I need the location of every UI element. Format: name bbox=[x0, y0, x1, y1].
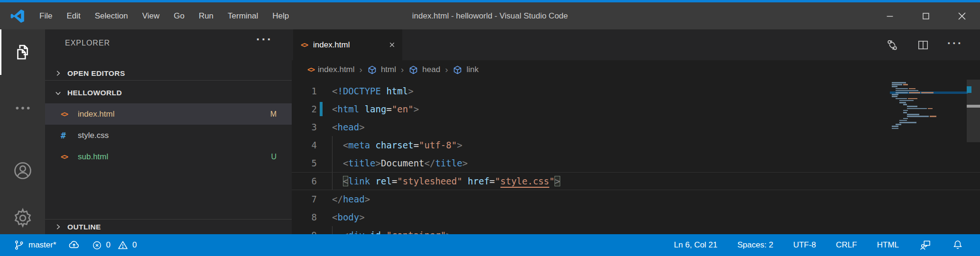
open-changes-icon[interactable] bbox=[886, 38, 899, 52]
breadcrumb-link[interactable]: link bbox=[453, 65, 479, 75]
code-text: <head> bbox=[332, 122, 365, 132]
menu-selection[interactable]: Selection bbox=[88, 8, 135, 24]
minimize-button[interactable] bbox=[872, 2, 908, 29]
editor-group: <> index.html bbox=[292, 29, 980, 234]
code-text: <html lang="en"> bbox=[332, 104, 419, 114]
line-number: 9 bbox=[292, 230, 317, 234]
modified-line-indicator bbox=[320, 102, 323, 116]
sync-item[interactable] bbox=[68, 239, 80, 251]
code-area[interactable]: 1<!DOCTYPE html>2<html lang="en">3<head>… bbox=[292, 79, 980, 234]
code-line-3[interactable]: 3<head> bbox=[292, 118, 980, 136]
html-file-icon: <> bbox=[61, 153, 75, 161]
open-editors-section[interactable]: OPEN EDITORS bbox=[45, 66, 292, 81]
chevron-right-icon bbox=[55, 223, 62, 230]
indentation[interactable]: Spaces: 2 bbox=[738, 240, 774, 250]
menu-go[interactable]: Go bbox=[166, 8, 192, 24]
code-line-9[interactable]: 9 <div id="container"> bbox=[292, 226, 980, 234]
vscode-logo-icon bbox=[10, 9, 25, 23]
git-status-badge: M bbox=[270, 110, 277, 119]
menu-terminal[interactable]: Terminal bbox=[221, 8, 265, 24]
menu-file[interactable]: File bbox=[32, 8, 59, 24]
line-number: 2 bbox=[292, 104, 317, 114]
file-list: <>index.htmlM#style.css<>sub.htmlU bbox=[45, 103, 292, 167]
folder-section[interactable]: HELLOWORLD bbox=[45, 82, 292, 103]
code-text: </head> bbox=[332, 194, 370, 204]
encoding[interactable]: UTF-8 bbox=[793, 240, 816, 250]
branch-name: master* bbox=[28, 240, 56, 250]
scrollbar[interactable] bbox=[967, 29, 980, 234]
menu-help[interactable]: Help bbox=[265, 8, 296, 24]
git-branch-item[interactable]: master* bbox=[13, 239, 56, 251]
warning-count: 0 bbox=[132, 240, 137, 250]
symbol-cube-icon bbox=[367, 65, 377, 75]
menu-view[interactable]: View bbox=[135, 8, 167, 24]
tab-index-html[interactable]: <> index.html bbox=[293, 29, 402, 60]
split-editor-icon[interactable] bbox=[917, 39, 929, 51]
code-line-5[interactable]: 5 <title>Document</title> bbox=[292, 154, 980, 172]
language-mode[interactable]: HTML bbox=[877, 240, 899, 250]
menu-edit[interactable]: Edit bbox=[59, 8, 87, 24]
status-bar: master* 0 0 Ln 6, Col 21 Spac bbox=[0, 234, 980, 256]
explorer-files-icon[interactable] bbox=[0, 29, 45, 75]
code-line-1[interactable]: 1<!DOCTYPE html> bbox=[292, 82, 980, 100]
minimap[interactable] bbox=[892, 82, 963, 139]
outline-section[interactable]: OUTLINE bbox=[45, 219, 292, 234]
code-line-6[interactable]: 6 <link rel="stylesheed" href="style.css… bbox=[292, 172, 980, 190]
code-line-2[interactable]: 2<html lang="en"> bbox=[292, 100, 980, 118]
file-index.html[interactable]: <>index.htmlM bbox=[45, 103, 292, 125]
status-left: master* 0 0 bbox=[13, 239, 137, 251]
more-icon[interactable] bbox=[0, 85, 45, 131]
menu-run[interactable]: Run bbox=[192, 8, 221, 24]
html-code-icon: <> bbox=[301, 41, 313, 49]
explorer-header: EXPLORER ··· bbox=[45, 34, 292, 52]
breadcrumb-index-html[interactable]: <>index.html bbox=[307, 65, 355, 74]
feedback-icon[interactable] bbox=[919, 239, 932, 252]
vscode-window: FileEditSelectionViewGoRunTerminalHelp i… bbox=[0, 0, 980, 256]
tab-close-icon[interactable] bbox=[388, 41, 396, 48]
code-text: <!DOCTYPE html> bbox=[332, 86, 414, 96]
problems-item[interactable]: 0 0 bbox=[92, 239, 137, 251]
title-bar: FileEditSelectionViewGoRunTerminalHelp i… bbox=[0, 2, 980, 29]
file-style.css[interactable]: #style.css bbox=[45, 125, 292, 146]
file-label: sub.html bbox=[78, 152, 108, 162]
tab-bar: <> index.html bbox=[292, 29, 980, 60]
code-line-8[interactable]: 8<body> bbox=[292, 208, 980, 226]
breadcrumb-html[interactable]: html bbox=[367, 65, 396, 75]
code-line-7[interactable]: 7</head> bbox=[292, 190, 980, 208]
maximize-button[interactable] bbox=[908, 2, 944, 29]
explorer-title: EXPLORER bbox=[65, 39, 110, 47]
breadcrumb-label: index.html bbox=[318, 65, 354, 74]
line-number: 6 bbox=[292, 176, 317, 186]
editor-more-icon[interactable]: ··· bbox=[947, 37, 963, 50]
breadcrumb-head[interactable]: head bbox=[408, 65, 440, 75]
menu-bar: FileEditSelectionViewGoRunTerminalHelp bbox=[32, 8, 296, 24]
outline-label: OUTLINE bbox=[67, 223, 101, 231]
code-text: <meta charset="utf-8"> bbox=[332, 140, 462, 150]
breadcrumb-separator-icon: › bbox=[360, 64, 362, 75]
breadcrumb-label: link bbox=[466, 65, 479, 74]
window-controls bbox=[872, 2, 980, 29]
overview-modified-mark bbox=[967, 86, 971, 93]
file-sub.html[interactable]: <>sub.htmlU bbox=[45, 146, 292, 167]
explorer-more-icon[interactable]: ··· bbox=[256, 32, 273, 47]
account-icon[interactable] bbox=[0, 148, 45, 193]
symbol-cube-icon bbox=[408, 65, 418, 75]
breadcrumb-label: head bbox=[422, 65, 440, 74]
notifications-bell-icon[interactable] bbox=[952, 239, 964, 251]
file-label: index.html bbox=[78, 110, 114, 119]
cursor-position[interactable]: Ln 6, Col 21 bbox=[674, 240, 718, 250]
main-area: EXPLORER ··· OPEN EDITORS HELLOWORLD <>i… bbox=[0, 29, 980, 234]
file-label: style.css bbox=[78, 131, 109, 140]
eol-sequence[interactable]: CRLF bbox=[836, 240, 857, 250]
editor-actions: ··· bbox=[886, 29, 963, 60]
line-number: 7 bbox=[292, 194, 317, 204]
line-number: 1 bbox=[292, 86, 317, 96]
folder-label: HELLOWORLD bbox=[67, 89, 122, 97]
code-text: <link rel="stylesheed" href="style.css"> bbox=[332, 176, 560, 186]
close-button[interactable] bbox=[944, 2, 980, 29]
line-number: 3 bbox=[292, 122, 317, 132]
code-line-4[interactable]: 4 <meta charset="utf-8"> bbox=[292, 136, 980, 154]
code-text: <body> bbox=[332, 212, 365, 222]
chevron-down-icon bbox=[55, 90, 62, 97]
git-status-badge: U bbox=[271, 153, 277, 161]
